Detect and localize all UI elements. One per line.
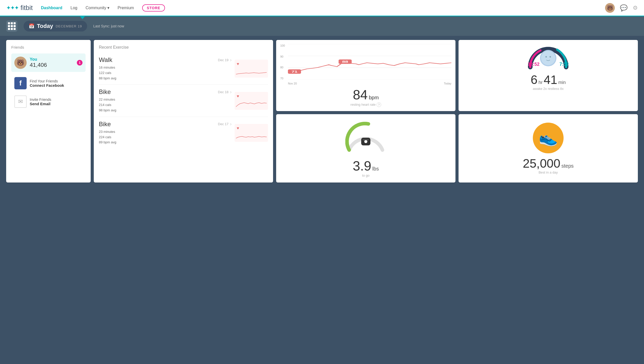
nav-premium[interactable]: Premium (118, 6, 134, 10)
steps-icon-circle: 👟 (533, 123, 564, 153)
gear-icon[interactable]: ⚙ (633, 5, 638, 11)
exercise-item-walk[interactable]: Walk Dec 19 › 16 minutes 122 cals 88 bpm… (99, 53, 268, 85)
sleep-hr-label: hr (538, 80, 543, 85)
bike2-heartrate-graph (236, 128, 267, 142)
walk-chart: ♥ (235, 60, 268, 78)
svg-text:88: 88 (342, 60, 348, 63)
bike1-chart: ♥ (235, 92, 268, 110)
logo-text: fitbit (20, 4, 33, 12)
main-content: Friends 🐻 You 41,406 1 f Find Your Frien… (0, 36, 644, 189)
svg-point-13 (364, 140, 367, 143)
email-invite[interactable]: ✉ Invite Friends Send Email (11, 92, 86, 111)
walk-heartrate-graph (236, 64, 267, 78)
nav-right: 🐻 💬 ⚙ (605, 3, 638, 13)
svg-rect-14 (363, 139, 369, 140)
today-label: Today (37, 23, 53, 29)
sleep-min-label: min (558, 80, 566, 85)
message-icon[interactable]: 💬 (620, 4, 628, 12)
sync-status: Last Sync: just now (93, 24, 124, 28)
facebook-text: Find Your Friends Connect Facebook (30, 79, 64, 88)
exercise-item-bike1[interactable]: Bike Dec 18 › 22 minutes 214 cals 98 bpm… (99, 85, 268, 117)
sleep-card: 12:52 7:52 6 hr 41 min awake 2x restless… (459, 40, 638, 111)
friends-title: Friends (11, 45, 86, 49)
svg-point-10 (545, 56, 547, 58)
grid-icon (8, 22, 16, 30)
bike1-date-row: Bike Dec 18 › (99, 88, 232, 95)
bike1-info: Bike Dec 18 › 22 minutes 214 cals 98 bpm… (99, 88, 232, 113)
email-line1: Invite Friends (30, 98, 51, 102)
facebook-icon: f (14, 77, 27, 89)
heart-icon: ♥ (237, 62, 239, 66)
weight-unit: lbs (372, 166, 379, 172)
subheader: 📅 Today DECEMBER 19 Last Sync: just now (0, 16, 644, 36)
sleep-time-start: 12:52 (528, 62, 539, 67)
weight-dial (345, 119, 386, 155)
exercise-item-bike2[interactable]: Bike Dec 17 › 23 minutes 224 cals 89 bpm… (99, 117, 268, 149)
logo-dots-icon: ✦✦✦ (6, 5, 18, 11)
friend-item-you[interactable]: 🐻 You 41,406 1 (11, 53, 86, 72)
sleep-time-end: 7:52 (559, 62, 569, 67)
nav-indicator (79, 16, 86, 19)
store-button[interactable]: STORE (142, 4, 165, 12)
svg-text:71: 71 (292, 70, 298, 73)
bike2-date: Dec 17 (218, 122, 228, 126)
sleep-dial: 12:52 7:52 (528, 44, 569, 70)
bike1-date: Dec 18 (218, 90, 228, 94)
chevron-down-icon: ▾ (107, 5, 109, 10)
exercise-title: Recent Exercise (99, 45, 268, 50)
bike1-stats: 22 minutes 214 cals 98 bpm avg (99, 97, 232, 113)
navbar: ✦✦✦ fitbit Dashboard Log Community ▾ Pre… (0, 0, 644, 16)
facebook-connect[interactable]: f Find Your Friends Connect Facebook (11, 74, 86, 92)
calendar-icon: 📅 (29, 23, 34, 29)
facebook-line1: Find Your Friends (30, 79, 64, 83)
you-badge: 1 (77, 60, 82, 66)
bike2-stats: 23 minutes 224 cals 89 bpm avg (99, 129, 232, 145)
walk-stats: 16 minutes 122 cals 88 bpm avg (99, 65, 232, 81)
chevron-right-icon2: › (230, 89, 232, 95)
today-badge[interactable]: 📅 Today DECEMBER 19 (24, 21, 87, 31)
avatar[interactable]: 🐻 (605, 3, 615, 13)
chevron-right-icon: › (230, 57, 232, 63)
walk-name: Walk (99, 56, 112, 63)
steps-card: 👟 25,000 steps Best in a day (459, 114, 638, 183)
facebook-line2: Connect Facebook (30, 83, 64, 88)
info-icon[interactable]: ? (377, 102, 381, 107)
weight-value: 3.9 lbs (353, 158, 379, 174)
walk-info: Walk Dec 19 › 16 minutes 122 cals 88 bpm… (99, 56, 232, 81)
logo[interactable]: ✦✦✦ fitbit (6, 4, 33, 12)
steps-value: 25,000 steps (523, 156, 574, 170)
friends-card: Friends 🐻 You 41,406 1 f Find Your Frien… (6, 40, 91, 183)
svg-point-9 (541, 51, 555, 65)
today-date: DECEMBER 19 (56, 24, 82, 28)
walk-date-row: Walk Dec 19 › (99, 56, 232, 63)
sleep-hours: 6 (531, 73, 537, 87)
bike2-info: Bike Dec 17 › 23 minutes 224 cals 89 bpm… (99, 121, 232, 145)
you-avatar: 🐻 (14, 57, 27, 69)
hr-graph-area: 71 88 (288, 44, 451, 80)
svg-point-11 (549, 56, 551, 58)
weight-card: 3.9 lbs to go (276, 114, 455, 183)
you-name: You (30, 57, 74, 62)
hr-y-labels: 100 90 80 70 (280, 44, 285, 80)
bike1-name: Bike (99, 88, 111, 95)
weight-label: to go (362, 174, 370, 177)
heart-icon3: ♥ (237, 126, 239, 131)
heart-icon2: ♥ (237, 94, 239, 99)
shoe-icon: 👟 (539, 129, 558, 147)
email-icon: ✉ (14, 95, 27, 108)
bike1-heartrate-graph (236, 96, 267, 110)
grid-menu-button[interactable] (6, 20, 17, 32)
email-line2: Send Email (30, 102, 51, 106)
nav-dashboard[interactable]: Dashboard (41, 6, 63, 10)
email-text: Invite Friends Send Email (30, 98, 51, 106)
nav-community[interactable]: Community ▾ (86, 5, 109, 10)
steps-number: 25,000 (523, 156, 560, 170)
sleep-minutes: 41 (544, 73, 557, 87)
chevron-right-icon3: › (230, 121, 232, 127)
you-steps: 41,406 (30, 62, 74, 68)
hr-x-labels: Nov 20 Today (288, 82, 451, 85)
heartrate-value: 84 bpm (280, 87, 451, 102)
bike2-chart: ♥ (235, 124, 268, 142)
nav-log[interactable]: Log (70, 6, 77, 10)
bike2-name: Bike (99, 121, 111, 128)
